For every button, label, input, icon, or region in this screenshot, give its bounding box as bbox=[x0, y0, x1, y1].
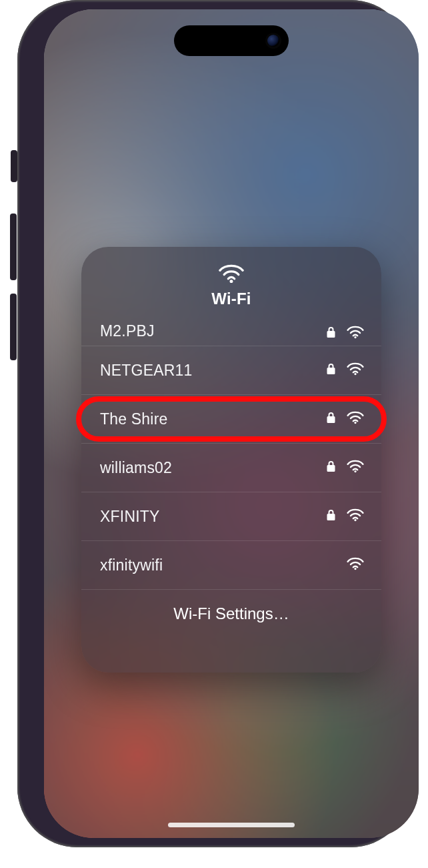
mute-switch[interactable] bbox=[11, 150, 17, 182]
wifi-settings-label: Wi-Fi Settings… bbox=[173, 604, 289, 623]
network-row[interactable]: The Shire bbox=[81, 394, 381, 443]
home-indicator[interactable] bbox=[168, 823, 295, 827]
network-ssid: williams02 bbox=[100, 459, 172, 477]
volume-up-button[interactable] bbox=[10, 213, 17, 280]
lock-icon bbox=[326, 460, 336, 475]
wifi-signal-icon bbox=[347, 326, 364, 342]
lock-icon bbox=[326, 326, 336, 341]
network-row[interactable]: xfinitywifi bbox=[81, 540, 381, 589]
network-ssid: XFINITY bbox=[100, 508, 160, 526]
svg-point-6 bbox=[354, 568, 356, 570]
wifi-signal-icon bbox=[347, 557, 364, 573]
network-list[interactable]: M2.PBJ NETGEAR11 The Shire williams02 XF… bbox=[81, 318, 381, 589]
wifi-signal-icon bbox=[347, 362, 364, 378]
wifi-settings-button[interactable]: Wi-Fi Settings… bbox=[81, 589, 381, 638]
network-row[interactable]: M2.PBJ bbox=[81, 318, 381, 346]
page-title: Wi-Fi bbox=[211, 290, 251, 308]
network-ssid: NETGEAR11 bbox=[100, 362, 193, 380]
front-camera-icon bbox=[267, 35, 279, 47]
wifi-signal-icon bbox=[347, 411, 364, 427]
phone-frame: Wi-Fi M2.PBJ NETGEAR11 The Shire william… bbox=[17, 0, 411, 847]
svg-point-1 bbox=[354, 336, 356, 338]
network-trailing bbox=[326, 326, 364, 342]
svg-point-0 bbox=[230, 280, 233, 283]
svg-point-5 bbox=[354, 519, 356, 521]
network-trailing bbox=[326, 508, 364, 524]
svg-point-4 bbox=[354, 470, 356, 472]
wifi-icon bbox=[219, 264, 244, 286]
network-trailing bbox=[326, 460, 364, 476]
lock-icon bbox=[326, 412, 336, 426]
network-row[interactable]: NETGEAR11 bbox=[81, 346, 381, 394]
screen: Wi-Fi M2.PBJ NETGEAR11 The Shire william… bbox=[44, 9, 419, 838]
lock-icon bbox=[326, 363, 336, 378]
lock-icon bbox=[326, 509, 336, 524]
network-row[interactable]: williams02 bbox=[81, 443, 381, 492]
network-trailing bbox=[347, 557, 364, 573]
volume-down-button[interactable] bbox=[10, 294, 17, 360]
wifi-signal-icon bbox=[347, 508, 364, 524]
network-trailing bbox=[326, 411, 364, 427]
network-trailing bbox=[326, 362, 364, 378]
wifi-panel: Wi-Fi M2.PBJ NETGEAR11 The Shire william… bbox=[81, 247, 381, 673]
network-ssid: The Shire bbox=[100, 410, 168, 428]
panel-header: Wi-Fi bbox=[81, 247, 381, 318]
svg-point-3 bbox=[354, 422, 356, 424]
wifi-signal-icon bbox=[347, 460, 364, 476]
dynamic-island bbox=[174, 25, 289, 56]
network-ssid: M2.PBJ bbox=[100, 322, 155, 340]
network-row[interactable]: XFINITY bbox=[81, 492, 381, 540]
network-ssid: xfinitywifi bbox=[100, 556, 163, 574]
svg-point-2 bbox=[354, 373, 356, 375]
